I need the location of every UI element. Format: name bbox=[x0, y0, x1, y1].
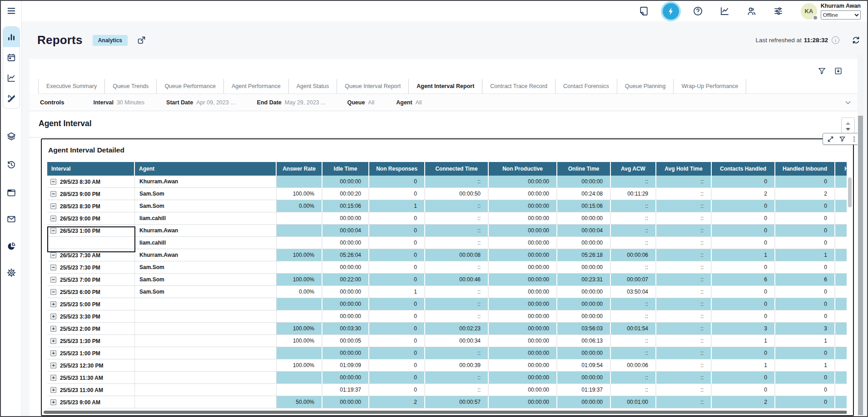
table-cell[interactable]: 00:00:00 bbox=[489, 188, 557, 200]
column-header-idle-time[interactable]: Idle Time bbox=[322, 162, 369, 176]
table-cell[interactable]: :: bbox=[656, 261, 712, 274]
table-cell[interactable]: 00:01:00 bbox=[611, 396, 656, 408]
expand-icon[interactable] bbox=[827, 136, 834, 142]
collapse-row-icon[interactable]: − bbox=[50, 277, 56, 283]
column-header-non-responses[interactable]: Non Responses bbox=[369, 162, 425, 176]
table-cell[interactable]: 00:00:00 bbox=[489, 274, 557, 286]
table-cell[interactable]: 00:00:00 bbox=[489, 286, 557, 298]
table-cell[interactable]: 1 bbox=[369, 286, 425, 298]
table-cell[interactable] bbox=[135, 298, 277, 310]
table-cell[interactable]: 01:09:09 bbox=[322, 359, 369, 372]
table-cell[interactable]: :: bbox=[611, 237, 656, 249]
column-header-online-time[interactable]: Online Time bbox=[557, 162, 611, 176]
table-cell[interactable]: 0 bbox=[775, 384, 835, 396]
table-cell[interactable]: −26/5/23 9:00 PM bbox=[47, 212, 135, 225]
table-cell[interactable]: 00:00:00 bbox=[322, 372, 369, 384]
table-cell[interactable]: 6 bbox=[712, 274, 775, 286]
sidebar-item-schedule[interactable] bbox=[3, 47, 20, 68]
control-queue[interactable]: QueueAll bbox=[347, 99, 374, 106]
table-cell[interactable]: 00:00:00 bbox=[489, 384, 557, 396]
table-cell[interactable]: 0 bbox=[712, 286, 775, 298]
table-cell[interactable]: 1 bbox=[775, 359, 835, 372]
help-icon[interactable] bbox=[693, 6, 703, 16]
notes-icon[interactable] bbox=[639, 6, 649, 16]
table-cell[interactable]: :: bbox=[656, 323, 712, 335]
table-cell[interactable]: 100.00% bbox=[277, 249, 322, 261]
table-cell[interactable]: 1 bbox=[712, 359, 775, 372]
table-cell[interactable]: 00:00:00 bbox=[557, 261, 611, 274]
table-cell[interactable] bbox=[277, 225, 322, 237]
table-cell[interactable]: :: bbox=[656, 176, 712, 188]
table-cell[interactable]: 1 bbox=[775, 249, 835, 261]
table-cell[interactable]: 50.00% bbox=[277, 396, 322, 408]
table-cell[interactable]: 00:00:00 bbox=[489, 176, 557, 188]
table-cell[interactable]: 00:00:00 bbox=[557, 347, 611, 359]
table-cell[interactable]: 00:00:00 bbox=[489, 372, 557, 384]
table-cell[interactable] bbox=[135, 372, 277, 384]
collapse-row-icon[interactable]: − bbox=[50, 289, 56, 295]
table-vertical-scrollbar[interactable] bbox=[847, 162, 853, 416]
table-cell[interactable]: 6 bbox=[775, 274, 835, 286]
collapse-row-icon[interactable]: − bbox=[50, 203, 56, 209]
mail-icon[interactable] bbox=[1, 214, 22, 224]
table-cell[interactable]: 00:00:04 bbox=[557, 225, 611, 237]
table-cell[interactable]: :: bbox=[656, 249, 712, 261]
table-cell[interactable]: 0 bbox=[712, 384, 775, 396]
table-cell[interactable]: 1 bbox=[775, 335, 835, 347]
table-cell[interactable]: 100.00% bbox=[277, 274, 322, 286]
table-cell[interactable]: 00:00:50 bbox=[425, 188, 489, 200]
tab-queue-planning[interactable]: Queue Planning bbox=[617, 79, 674, 93]
table-cell[interactable]: 00:00:04 bbox=[322, 225, 369, 237]
table-cell[interactable]: :: bbox=[656, 225, 712, 237]
column-header-non-productive[interactable]: Non Productive bbox=[489, 162, 557, 176]
table-cell[interactable]: :: bbox=[656, 298, 712, 310]
table-cell[interactable]: 00:00:20 bbox=[322, 188, 369, 200]
scrollbar-thumb[interactable] bbox=[848, 177, 852, 207]
page-scrollbar-thumb[interactable] bbox=[858, 116, 863, 415]
table-cell[interactable]: 00:00:00 bbox=[489, 310, 557, 323]
table-cell[interactable] bbox=[135, 384, 277, 396]
table-cell[interactable]: :: bbox=[656, 212, 712, 225]
table-cell[interactable]: :: bbox=[611, 176, 656, 188]
expand-row-icon[interactable]: + bbox=[50, 326, 56, 332]
table-cell[interactable]: 03:50:04 bbox=[611, 286, 656, 298]
table-cell[interactable]: 00:00:00 bbox=[557, 286, 611, 298]
table-cell[interactable]: 00:00:00 bbox=[322, 176, 369, 188]
tab-queue-trends[interactable]: Queue Trends bbox=[104, 79, 156, 93]
table-cell[interactable]: 00:00:00 bbox=[557, 298, 611, 310]
table-cell[interactable]: 1 bbox=[712, 249, 775, 261]
control-end-date[interactable]: End DateMay 29, 2023 ... bbox=[257, 99, 326, 106]
table-cell[interactable]: 00:11:29 bbox=[611, 188, 656, 200]
table-cell[interactable]: :: bbox=[656, 274, 712, 286]
table-cell[interactable]: :: bbox=[425, 298, 489, 310]
table-cell[interactable]: 0 bbox=[775, 200, 835, 212]
table-cell[interactable]: 00:00:00 bbox=[557, 212, 611, 225]
collapse-row-icon[interactable]: − bbox=[50, 252, 56, 258]
table-cell[interactable]: 00:00:00 bbox=[489, 200, 557, 212]
table-cell[interactable]: 0 bbox=[712, 176, 775, 188]
table-cell[interactable]: 0 bbox=[369, 249, 425, 261]
table-cell[interactable]: :: bbox=[656, 188, 712, 200]
table-cell[interactable]: 2 bbox=[712, 188, 775, 200]
table-cell[interactable]: +25/5/23 5:00 PM bbox=[47, 298, 135, 310]
table-cell[interactable]: +25/5/23 1:00 PM bbox=[47, 347, 135, 359]
column-header-interval[interactable]: Interval bbox=[47, 162, 135, 176]
table-cell[interactable]: 01:19:37 bbox=[322, 384, 369, 396]
table-cell[interactable]: 0 bbox=[712, 372, 775, 384]
refresh-icon[interactable] bbox=[851, 35, 861, 45]
table-cell[interactable]: 00:00:06 bbox=[611, 359, 656, 372]
download-icon[interactable] bbox=[834, 67, 843, 77]
table-cell[interactable]: 0 bbox=[775, 396, 835, 408]
table-cell[interactable]: 00:00:00 bbox=[489, 212, 557, 225]
tab-contract-trace-record[interactable]: Contract Trace Record bbox=[482, 79, 555, 93]
table-cell[interactable]: 00:15:06 bbox=[557, 200, 611, 212]
expand-row-icon[interactable]: + bbox=[50, 363, 56, 368]
expand-row-icon[interactable]: + bbox=[50, 301, 56, 307]
table-cell[interactable]: +25/5/23 11:30 AM bbox=[47, 372, 135, 384]
table-cell[interactable]: 0 bbox=[369, 237, 425, 249]
table-cell[interactable]: :: bbox=[611, 225, 656, 237]
table-cell[interactable]: :: bbox=[656, 286, 712, 298]
table-cell[interactable]: −25/5/23 7:30 PM bbox=[47, 261, 135, 274]
table-cell[interactable]: 1 bbox=[712, 335, 775, 347]
table-cell[interactable]: 3 bbox=[775, 323, 835, 335]
